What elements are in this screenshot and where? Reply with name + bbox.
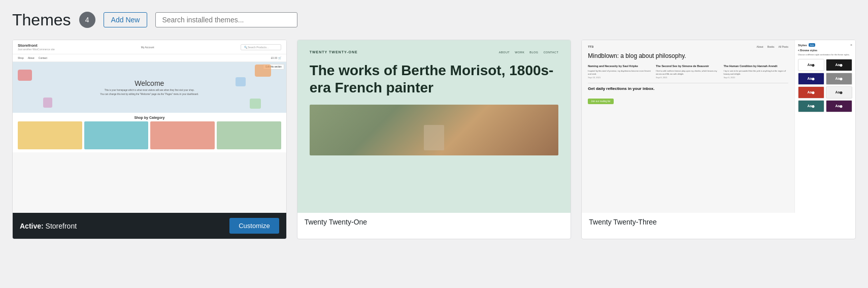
tt3-main: TT3 About Books All Posts Mindblown: a b… (582, 40, 794, 213)
tt3-swatch-teal[interactable]: Aa⬤ (798, 100, 824, 112)
sf-nav-items: Shop About Contact (18, 56, 47, 59)
tt3-post-2-date: Sept 8, 2021 (656, 76, 721, 79)
sf-search-bar: 🔍 Search Products... (241, 44, 281, 50)
tt3-post-1: Naming and Necessity by Saul Kripke Insp… (588, 65, 653, 79)
tt3-cta-text: Get daily reflections in your inbox. (588, 86, 788, 91)
tt3-preview: TT3 About Books All Posts Mindblown: a b… (582, 40, 855, 213)
tt3-post-3-body: I try in vain to be persuaded that the p… (723, 70, 788, 75)
sf-category-items (18, 121, 281, 149)
sf-clothing-shirt3 (236, 77, 246, 86)
tt3-post-2-body: I feel a cold northern breeze play upon … (656, 70, 721, 75)
tt3-close-icon[interactable]: × (850, 43, 852, 47)
tt3-beta-badge: beta (809, 43, 816, 47)
tt3-posts: Naming and Necessity by Saul Kripke Insp… (588, 65, 788, 79)
tt3-post-1-title: Naming and Necessity by Saul Kripke (588, 65, 653, 68)
page-header: Themes 4 Add New (12, 10, 856, 29)
tt3-post-2-title: The Second Sex by Simone de Beauvoir (656, 65, 721, 68)
active-keyword: Active: (20, 222, 44, 230)
theme-card-twenty-twenty-three: TT3 About Books All Posts Mindblown: a b… (581, 40, 856, 239)
active-label: Active: Storefront (20, 222, 77, 230)
tt3-nav-books: Books (767, 45, 775, 48)
tt1-footer: Twenty Twenty-One (297, 213, 571, 231)
tt1-nav: TWENTY TWENTY-ONE ABOUT WORK BLOG CONTAC… (310, 50, 559, 54)
tt3-post-1-date: Sept 10, 2021 (588, 76, 653, 79)
tt1-nav-items: ABOUT WORK BLOG CONTACT (499, 51, 559, 54)
tt3-divider (588, 83, 788, 83)
tt1-nav-about: ABOUT (499, 51, 510, 54)
tt3-swatch-purple[interactable]: Aa⬤ (826, 100, 852, 112)
sf-clothing-item4 (43, 98, 52, 108)
tt1-image (310, 105, 559, 155)
customize-button[interactable]: Customize (229, 218, 279, 234)
tt1-headline: The works of Berthe Morisot, 1800s-era F… (310, 62, 559, 96)
theme-card-twenty-twenty-one: TWENTY TWENTY-ONE ABOUT WORK BLOG CONTAC… (297, 40, 572, 239)
sf-brand-block: Storefront Just another WooCommerce site (18, 43, 55, 51)
tt3-post-3: The Human Condition by Hannah Arendt I t… (723, 65, 788, 79)
active-theme-footer: Active: Storefront Customize (13, 213, 286, 239)
sf-hero-title: Welcome (100, 79, 198, 87)
tt3-style-grid: Aa⬤ Aa⬤ Aa⬤ Aa⬤ Aa⬤ Aa⬤ Aa⬤ Aa⬤ (798, 59, 852, 112)
tt3-browse-label[interactable]: < Browse styles (798, 49, 852, 52)
tt3-styles-title: Styles (798, 44, 807, 47)
sf-cat-3 (150, 121, 215, 149)
sf-hero-desc1: This is your homepage which is what most… (100, 89, 198, 91)
sf-clothing-shirt1 (18, 70, 32, 81)
tt3-nav-about: About (757, 45, 763, 48)
tt1-logo: TWENTY TWENTY-ONE (310, 50, 358, 54)
storefront-preview: Storefront Just another WooCommerce site… (13, 40, 286, 213)
sf-cat-1 (18, 121, 82, 149)
sf-cat-4 (217, 121, 281, 149)
tt3-styles-title-group: Styles beta (798, 43, 815, 47)
sf-hero-desc2: You can change this text by editing the … (100, 93, 198, 95)
sf-nav: Shop About Contact £0.00 🛒 (13, 54, 286, 62)
tt1-img-overlay (424, 125, 444, 150)
sf-price: £0.00 🛒 (271, 56, 281, 59)
tt3-post-3-date: Sept 6, 2021 (723, 76, 788, 79)
sf-hero-content: Welcome This is your homepage which is w… (100, 79, 198, 95)
tt3-swatch-black[interactable]: Aa⬤ (826, 59, 852, 71)
sf-brand-sub: Just another WooCommerce site (18, 48, 55, 51)
sf-category-title: Shop by Category (18, 116, 281, 119)
tt3-browse-desc: Choose a different style combination for… (798, 53, 852, 56)
tt3-swatch-white[interactable]: Aa⬤ (798, 59, 824, 71)
tt3-name: Twenty Twenty-Three (589, 218, 657, 226)
tt3-post-2: The Second Sex by Simone de Beauvoir I f… (656, 65, 721, 79)
tt3-swatch-blue[interactable]: Aa⬤ (798, 73, 824, 85)
tt3-styles-header: Styles beta × (798, 43, 852, 47)
sf-account: My Account (141, 46, 154, 49)
tt3-nav-items: About Books All Posts (757, 45, 788, 48)
sf-clothing-item5 (250, 99, 261, 109)
tt1-name: Twenty Twenty-One (305, 218, 367, 226)
tt3-post-1-body: Inspired by this wind of promise, my day… (588, 70, 653, 75)
sf-topbar: Storefront Just another WooCommerce site… (13, 40, 286, 54)
tt3-logo: TT3 (588, 45, 593, 48)
sf-nav-about: About (28, 56, 35, 59)
tt3-swatch-lgray[interactable]: Aa⬤ (826, 86, 852, 99)
add-new-button[interactable]: Add New (104, 12, 148, 27)
tt3-nav-allposts: All Posts (779, 45, 788, 48)
tt1-nav-contact: CONTACT (544, 51, 559, 54)
tt3-cta-button: Join our mailing list (588, 99, 613, 104)
sf-nav-shop: Shop (18, 56, 24, 59)
tt3-topbar: TT3 About Books All Posts (588, 45, 788, 48)
tt3-headline: Mindblown: a blog about philosophy. (588, 52, 788, 60)
themes-grid: Storefront Just another WooCommerce site… (12, 40, 856, 239)
page-title: Themes (12, 10, 71, 29)
tt3-footer: Twenty Twenty-Three (582, 213, 855, 231)
search-input[interactable] (155, 12, 297, 27)
sf-hero: Edit this section Welcome This is your h… (13, 62, 286, 113)
sf-cat-2 (84, 121, 149, 149)
sf-category-section: Shop by Category (13, 113, 286, 152)
tt1-nav-blog: BLOG (529, 51, 538, 54)
sf-clothing-shirt2 (255, 65, 271, 77)
tt3-swatch-red[interactable]: Aa⬤ (798, 86, 824, 99)
theme-card-storefront: Storefront Just another WooCommerce site… (12, 40, 287, 239)
tt3-post-3-title: The Human Condition by Hannah Arendt (723, 65, 788, 68)
tt3-sidebar: Styles beta × < Browse styles Choose a d… (794, 40, 855, 213)
tt3-swatch-gray[interactable]: Aa⬤ (826, 73, 852, 85)
sf-nav-contact: Contact (39, 56, 47, 59)
tt1-nav-work: WORK (515, 51, 524, 54)
tt1-preview: TWENTY TWENTY-ONE ABOUT WORK BLOG CONTAC… (297, 40, 571, 213)
theme-count-badge: 4 (79, 12, 95, 28)
sf-brand-name: Storefront (18, 43, 55, 48)
